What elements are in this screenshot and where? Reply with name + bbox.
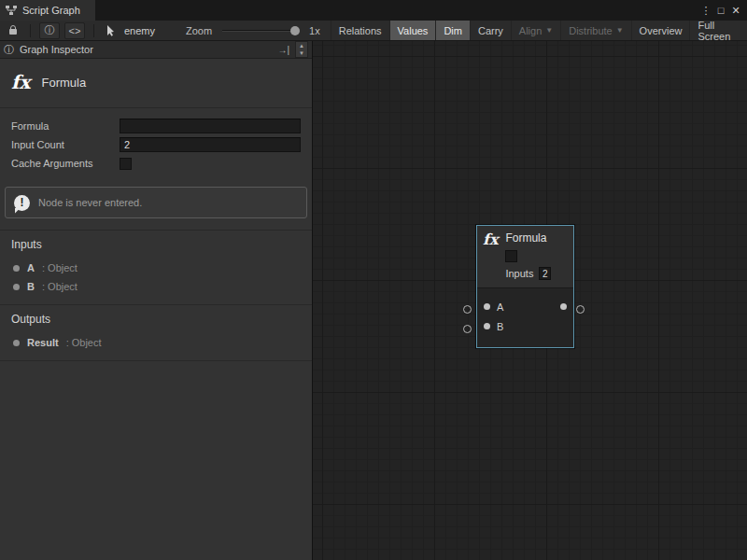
node-inputs-label: Inputs	[505, 268, 533, 279]
graph-toolbar: ⓘ <> enemy Zoom 1x Relations Values Dim …	[0, 21, 747, 41]
inspector-scroll-stepper[interactable]: ▲ ▼	[295, 41, 308, 58]
overview-button[interactable]: Overview	[631, 21, 690, 40]
node-title: Formula	[505, 231, 551, 245]
warning-icon: !	[14, 195, 30, 211]
main-split: ⓘ Graph Inspector →| ▲ ▼ fx Formula Form…	[0, 41, 747, 560]
values-button[interactable]: Values	[389, 21, 436, 40]
window-menu-button[interactable]: ⋮	[698, 5, 713, 17]
distribute-button[interactable]: Distribute ▼	[560, 21, 630, 40]
formula-row: Formula	[11, 117, 301, 135]
unit-title-block: fx Formula	[0, 59, 312, 108]
graph-target-label[interactable]: enemy	[124, 25, 155, 36]
chevron-down-icon: ▼	[616, 27, 624, 35]
info-icon: ⓘ	[4, 43, 14, 57]
zoom-slider-handle[interactable]	[290, 26, 300, 35]
graph-inspector-title: Graph Inspector	[20, 44, 93, 55]
formula-node[interactable]: fx Formula Inputs 2 A	[476, 225, 574, 348]
chevron-down-icon: ▼	[545, 27, 553, 35]
inspector-toggle-button[interactable]: ⓘ	[39, 22, 60, 39]
input-port-b-icon[interactable]	[484, 323, 490, 329]
inputs-heading: Inputs	[11, 238, 301, 251]
graph-canvas[interactable]: fx Formula Inputs 2 A	[313, 41, 747, 560]
fx-icon: fx	[483, 231, 498, 280]
formula-input[interactable]	[120, 119, 301, 133]
unit-title: Formula	[42, 76, 87, 90]
info-icon: ⓘ	[44, 23, 54, 37]
window-tab-bar: Script Graph ⋮ □ ✕	[0, 0, 747, 21]
warning-box: ! Node is never entered.	[5, 187, 307, 218]
dim-button[interactable]: Dim	[435, 21, 470, 40]
cache-arguments-label: Cache Arguments	[11, 158, 120, 169]
free-port-circle-b[interactable]	[463, 325, 472, 333]
output-port-result-icon[interactable]	[560, 303, 567, 310]
port-dot-icon	[13, 265, 20, 272]
output-port-row-result[interactable]: Result : Object	[11, 333, 301, 352]
tab-label: Script Graph	[22, 5, 80, 16]
code-icon: <>	[69, 25, 81, 36]
formula-node-ports: A B	[477, 287, 573, 347]
formula-label: Formula	[11, 120, 120, 132]
node-port-row-a[interactable]: A	[477, 297, 573, 316]
dock-inspector-icon[interactable]: →|	[277, 45, 289, 55]
lock-icon	[8, 25, 18, 35]
toolbar-separator	[30, 24, 31, 37]
graph-inspector-panel: ⓘ Graph Inspector →| ▲ ▼ fx Formula Form…	[0, 41, 313, 560]
tab-script-graph[interactable]: Script Graph	[0, 0, 95, 21]
toolbar-separator	[93, 24, 94, 37]
zoom-value: 1x	[309, 25, 320, 36]
zoom-label: Zoom	[186, 25, 212, 36]
input-port-row-a[interactable]: A : Object	[11, 259, 301, 277]
warning-text: Node is never entered.	[38, 197, 142, 208]
cache-arguments-row: Cache Arguments	[11, 154, 301, 173]
outputs-section: Outputs Result : Object	[0, 304, 312, 361]
lock-button[interactable]	[5, 22, 21, 39]
cache-arguments-checkbox[interactable]	[120, 158, 132, 170]
scroll-up-icon[interactable]: ▲	[296, 42, 307, 49]
free-port-circle-result[interactable]	[576, 305, 585, 314]
script-graph-icon	[6, 6, 17, 16]
node-formula-field[interactable]	[505, 250, 517, 262]
window-maximize-button[interactable]: □	[713, 5, 728, 16]
fx-icon: fx	[11, 71, 31, 93]
input-port-a-icon[interactable]	[484, 303, 490, 310]
outputs-heading: Outputs	[11, 313, 301, 326]
input-count-row: Input Count	[11, 135, 301, 154]
target-cursor-icon	[103, 22, 120, 39]
input-port-row-b[interactable]: B : Object	[11, 277, 301, 296]
carry-button[interactable]: Carry	[470, 21, 511, 40]
input-count-field[interactable]	[120, 137, 301, 152]
port-dot-icon	[13, 340, 20, 346]
align-button[interactable]: Align ▼	[511, 21, 560, 40]
port-dot-icon	[13, 284, 20, 290]
inputs-section: Inputs A : Object B : Object	[0, 230, 312, 304]
free-port-circle-a[interactable]	[463, 305, 472, 314]
full-screen-button[interactable]: Full Screen	[689, 21, 742, 40]
node-input-count-field[interactable]: 2	[539, 267, 551, 280]
graph-inspector-header: ⓘ Graph Inspector →| ▲ ▼	[0, 41, 312, 59]
node-port-row-b[interactable]: B	[477, 316, 573, 336]
input-count-label: Input Count	[11, 139, 120, 150]
zoom-slider[interactable]	[222, 21, 300, 41]
unit-settings-form: Formula Input Count Cache Arguments	[0, 108, 312, 176]
formula-node-header[interactable]: fx Formula Inputs 2	[477, 226, 573, 287]
zoom-slider-track	[222, 30, 300, 32]
window-close-button[interactable]: ✕	[728, 5, 743, 17]
scroll-down-icon[interactable]: ▼	[296, 49, 307, 57]
code-view-button[interactable]: <>	[64, 22, 85, 39]
toolbar-buttons: Relations Values Dim Carry Align ▼ Distr…	[331, 21, 742, 40]
window-controls: ⋮ □ ✕	[698, 0, 747, 21]
relations-button[interactable]: Relations	[331, 21, 389, 40]
